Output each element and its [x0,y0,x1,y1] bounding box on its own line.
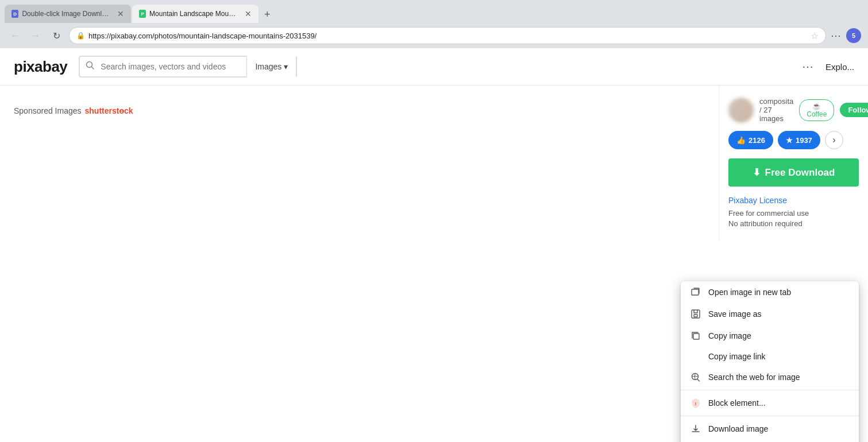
lock-icon: 🔒 [76,32,85,40]
context-copy-image[interactable]: Copy image [681,325,859,347]
search-icon [80,61,101,72]
follow-button[interactable]: Follow [840,103,868,117]
tab-2-close[interactable]: ✕ [245,9,252,18]
tab-1-title: Double-click Image Downloade... [22,10,111,18]
shield-icon: ! [690,397,701,409]
fav-count: 1937 [796,136,812,145]
coffee-button[interactable]: ☕ Coffee [799,99,834,121]
context-download-image[interactable]: Download image [681,418,859,440]
download-button[interactable]: ⬇ Free Download [728,158,859,187]
url-text: https://pixabay.com/photos/mountain-land… [88,32,807,40]
tab-2-title: Mountain Landscape Mountains... [149,10,239,18]
license-desc1: Free for commercial use [728,208,859,219]
page-body: 🏔 Mountain Landscape · Mountains · Lands… [0,86,868,241]
save-image-as-label: Save image as [708,309,850,319]
download-image-label: Download image [708,424,850,433]
shutterstock-brand[interactable]: shutterstock [85,106,133,115]
context-search-web[interactable]: Search the web for image [681,366,859,388]
svg-text:!: ! [695,402,696,406]
right-sidebar: composita / 27 images ☕ Coffee Follow 👍 … [719,86,868,241]
new-tab-button[interactable]: + [260,6,275,23]
license-desc2: No attribution required [728,219,859,229]
svg-line-1 [92,67,94,69]
favorite-button[interactable]: ★ 1937 [778,131,820,149]
context-inspect[interactable]: Inspect Ctrl+Shift+I [681,440,859,442]
more-actions-button[interactable]: › [825,131,843,149]
svg-rect-21 [694,315,697,317]
context-open-new-tab[interactable]: Open image in new tab [681,281,859,303]
extension-button[interactable]: 5 [846,28,861,43]
address-bar[interactable]: 🔒 https://pixabay.com/photos/mountain-la… [69,27,826,44]
copy-image-link-label: Copy image link [708,352,850,361]
copy-image-label: Copy image [708,331,850,340]
back-button[interactable]: ← [7,28,23,44]
block-element-label: Block element... [708,398,850,408]
star-icon: ★ [786,136,793,145]
search-type-button[interactable]: Images ▾ [246,56,296,77]
tab-2-favicon: P [139,10,146,18]
license-link[interactable]: Pixabay License [728,196,859,205]
explore-link[interactable]: Explo... [825,62,854,72]
context-block-element[interactable]: ! Block element... [681,392,859,414]
copy-icon [690,330,701,342]
address-bar-row: ← → ↻ 🔒 https://pixabay.com/photos/mount… [0,23,868,48]
context-divider-2 [681,416,859,416]
open-tab-icon [690,286,701,298]
artist-row: composita / 27 images ☕ Coffee Follow [728,97,859,123]
save-as-icon [690,308,701,320]
like-icon: 👍 [736,136,746,145]
context-divider-1 [681,390,859,390]
download-icon: ⬇ [753,166,761,179]
search-web-label: Search the web for image [708,373,850,382]
download-image-icon [690,423,701,435]
sponsored-bar: Sponsored Images shutterstock [14,106,705,115]
open-new-tab-label: Open image in new tab [708,288,850,297]
sponsored-label: Sponsored Images [14,106,82,115]
action-row: 👍 2126 ★ 1937 › [728,131,859,149]
forward-button[interactable]: → [28,28,44,44]
artist-info: composita / 27 images [759,97,793,123]
refresh-button[interactable]: ↻ [48,28,64,44]
bookmark-button[interactable]: ☆ [811,30,819,41]
site-logo[interactable]: pixabay [14,58,67,76]
header-more-button[interactable]: ⋯ [802,60,814,73]
image-section: 🏔 Mountain Landscape · Mountains · Lands… [0,86,719,241]
artist-name: composita / 27 images [759,97,793,123]
tab-1-close[interactable]: ✕ [117,9,124,18]
like-count: 2126 [749,136,765,145]
search-input[interactable] [101,62,246,71]
like-button[interactable]: 👍 2126 [728,131,773,149]
tab-2[interactable]: P Mountain Landscape Mountains... ✕ [132,5,259,23]
browser-more-button[interactable]: ⋯ [831,29,842,42]
context-copy-image-link[interactable]: Copy image link [681,347,859,366]
download-label: Free Download [765,167,835,179]
tab-1-favicon: D [11,10,18,18]
avatar [728,98,754,123]
context-menu: Open image in new tab Save image as Copy… [681,281,859,442]
context-save-image-as[interactable]: Save image as [681,303,859,325]
tab-1[interactable]: D Double-click Image Downloade... ✕ [5,5,131,23]
site-header: pixabay Images ▾ ⋯ Explo... [0,48,868,86]
tab-bar: D Double-click Image Downloade... ✕ P Mo… [0,0,868,23]
search-bar: Images ▾ [79,56,297,77]
search-web-icon [690,371,701,383]
